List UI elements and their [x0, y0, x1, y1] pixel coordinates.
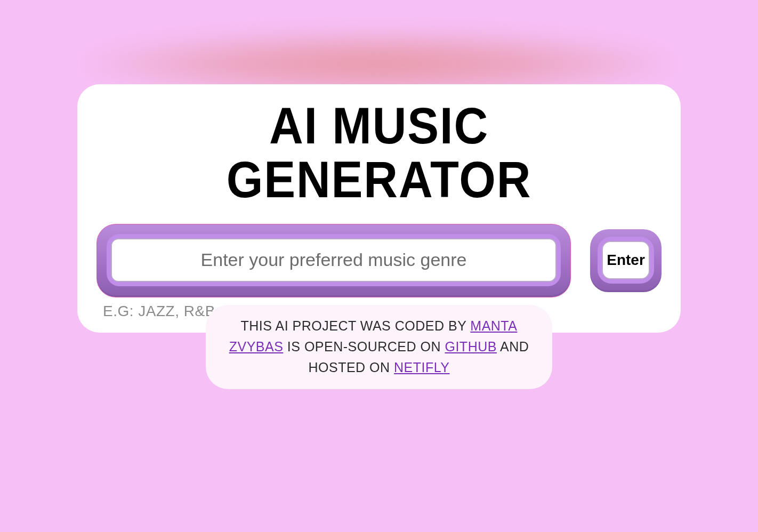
enter-button-frame-inner: Enter [598, 237, 654, 284]
enter-button-frame-outer: Enter [590, 229, 662, 292]
genre-input-frame-outer [96, 224, 571, 297]
footer-text-mid1: is open-sourced on [287, 339, 445, 354]
footer-credits: This AI project was coded by Manta Zvyba… [206, 305, 552, 389]
page-title: AI Music Generator [119, 99, 639, 207]
main-card: AI Music Generator Enter e.g: Jazz, R&B,… [77, 84, 681, 333]
genre-input[interactable] [111, 238, 557, 282]
enter-button[interactable]: Enter [602, 241, 650, 279]
github-link[interactable]: GitHub [445, 339, 496, 354]
host-link[interactable]: Netifly [394, 360, 449, 375]
footer-text-prefix: This AI project was coded by [241, 318, 471, 333]
generator-form-row: Enter [96, 224, 662, 297]
genre-input-frame-inner [107, 234, 561, 286]
